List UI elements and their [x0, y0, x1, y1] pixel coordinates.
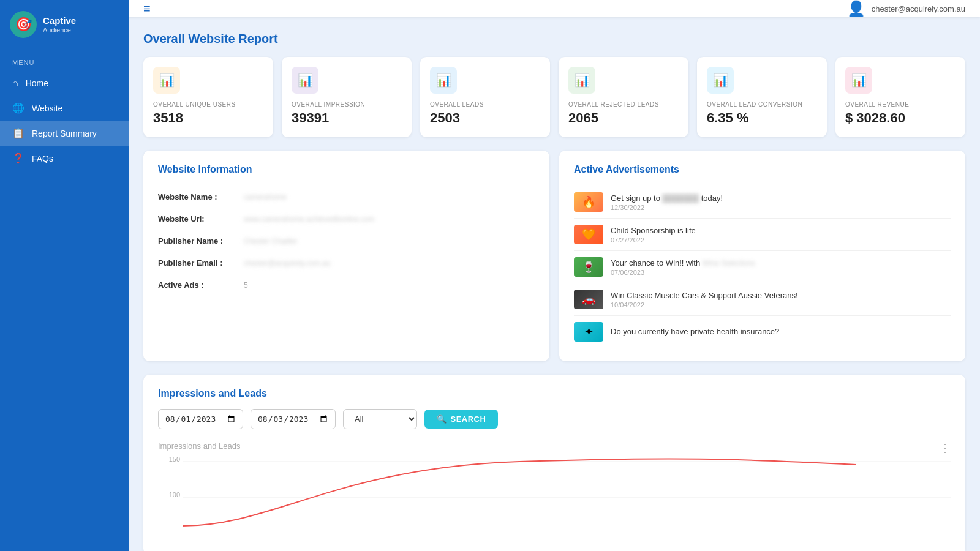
header-right: 👤 chester@acquirely.com.au — [847, 0, 965, 17]
sidebar-item-faqs[interactable]: ❓ FAQs — [0, 146, 129, 171]
publisher-name-label: Publisher Name : — [158, 236, 244, 246]
leads-icon: 📊 — [436, 73, 451, 88]
avatar-icon: 👤 — [847, 0, 865, 17]
rejected-leads-icon-wrap: 📊 — [568, 67, 595, 94]
sidebar-logo: 🎯 Captive Audience — [0, 0, 129, 49]
search-button[interactable]: 🔍 SEARCH — [424, 410, 498, 429]
ad-title-2: Child Sponsorship is life — [611, 226, 951, 235]
active-ads-row: Active Ads : 5 — [158, 274, 535, 296]
leads-value: 2503 — [430, 110, 540, 126]
publisher-email-value: chester@acquirely.com.au — [244, 259, 330, 268]
chart-title: Impressions and Leads — [158, 441, 951, 451]
chart-area-wrap: 150 100 — [158, 455, 951, 541]
ad-thumb-4: 🚗 — [574, 290, 603, 309]
website-name-label: Website Name : — [158, 192, 244, 201]
filter-select[interactable]: All Impressions Leads — [343, 409, 417, 429]
ad-thumb-5: ✦ — [574, 322, 603, 342]
sidebar-item-report-label: Report Summary — [32, 129, 97, 138]
unique-users-icon: 📊 — [159, 73, 175, 88]
lead-conversion-icon: 📊 — [713, 73, 728, 88]
sidebar-item-website[interactable]: 🌐 Website — [0, 96, 129, 121]
y-label-150: 150 — [169, 455, 180, 463]
ad-item-4[interactable]: 🚗 Win Classic Muscle Cars & Support Auss… — [574, 283, 951, 316]
page-content: Overall Website Report 📊 OVERALL UNIQUE … — [129, 17, 980, 551]
impression-icon: 📊 — [298, 73, 313, 88]
ad-date-2: 07/27/2022 — [611, 236, 951, 244]
report-icon: 📋 — [12, 127, 24, 139]
ad-title-5: Do you currently have private health ins… — [611, 327, 951, 336]
main-content: ≡ 👤 chester@acquirely.com.au Overall Web… — [129, 0, 980, 551]
sidebar-item-faqs-label: FAQs — [32, 154, 53, 163]
ad-title-1: Get sign up to ███████ today! — [611, 193, 951, 203]
unique-users-value: 3518 — [153, 110, 263, 126]
stat-card-leads: 📊 OVERALL LEADS 2503 — [420, 57, 550, 137]
rejected-leads-icon: 📊 — [575, 73, 590, 88]
ad-info-3: Your chance to Win!! with Wine Selection… — [611, 258, 951, 276]
sidebar-item-home[interactable]: ⌂ Home — [0, 71, 129, 96]
y-label-100: 100 — [169, 491, 180, 498]
bottom-row: Website Information Website Name : camer… — [143, 151, 965, 361]
chart-svg — [183, 455, 951, 541]
sidebar: 🎯 Captive Audience MENU ⌂ Home 🌐 Website… — [0, 0, 129, 551]
leads-label: OVERALL LEADS — [430, 101, 540, 108]
ad-date-4: 10/04/2022 — [611, 301, 951, 309]
active-ads-card: Active Advertisements 🔥 Get sign up to █… — [559, 151, 965, 361]
publisher-email-row: Publisher Email : chester@acquirely.com.… — [158, 252, 535, 274]
ad-item-5[interactable]: ✦ Do you currently have private health i… — [574, 316, 951, 348]
faq-icon: ❓ — [12, 152, 24, 164]
website-url-label: Website Url: — [158, 214, 244, 223]
impression-label: OVERALL IMPRESSION — [292, 101, 402, 108]
revenue-icon: 📊 — [851, 73, 867, 88]
active-ads-label: Active Ads : — [158, 280, 244, 290]
filters-row: All Impressions Leads 🔍 SEARCH — [158, 409, 951, 429]
home-icon: ⌂ — [12, 78, 18, 89]
ad-title-3: Your chance to Win!! with Wine Selection… — [611, 258, 951, 268]
publisher-email-label: Publisher Email : — [158, 258, 244, 268]
lead-conversion-label: OVERALL LEAD CONVERSION — [707, 101, 817, 108]
search-label: SEARCH — [451, 414, 486, 424]
user-email: chester@acquirely.com.au — [872, 4, 965, 13]
ad-item-3[interactable]: 🍷 Your chance to Win!! with Wine Selecti… — [574, 251, 951, 283]
search-icon: 🔍 — [437, 414, 447, 424]
active-ads-title: Active Advertisements — [574, 164, 951, 175]
ad-item-2[interactable]: 🧡 Child Sponsorship is life 07/27/2022 — [574, 219, 951, 251]
website-info-card: Website Information Website Name : camer… — [143, 151, 549, 361]
website-info-title: Website Information — [158, 164, 535, 175]
sidebar-item-website-label: Website — [32, 103, 62, 113]
website-url-row: Website Url: www.camerahome.achievedlion… — [158, 208, 535, 230]
logo-subtitle: Audience — [43, 26, 76, 34]
ad-info-5: Do you currently have private health ins… — [611, 327, 951, 337]
chart-menu-button[interactable]: ⋮ — [940, 441, 951, 455]
revenue-icon-wrap: 📊 — [845, 67, 872, 94]
impressions-section: Impressions and Leads All Impressions Le… — [143, 375, 965, 551]
stat-card-revenue: 📊 OVERALL REVENUE $ 3028.60 — [835, 57, 965, 137]
impressions-title: Impressions and Leads — [158, 388, 951, 399]
revenue-label: OVERALL REVENUE — [845, 101, 956, 108]
ad-thumb-2: 🧡 — [574, 225, 603, 244]
active-ads-value: 5 — [244, 281, 248, 290]
website-name-row: Website Name : camerahome — [158, 186, 535, 208]
stat-card-rejected-leads: 📊 OVERALL REJECTED LEADS 2065 — [559, 57, 688, 137]
logo-icon: 🎯 — [10, 11, 37, 38]
unique-users-icon-wrap: 📊 — [153, 67, 180, 94]
hamburger-button[interactable]: ≡ — [143, 2, 151, 16]
ad-thumb-3: 🍷 — [574, 257, 603, 277]
date-to-input[interactable] — [251, 409, 336, 429]
sidebar-item-report-summary[interactable]: 📋 Report Summary — [0, 121, 129, 146]
stat-card-unique-users: 📊 OVERALL UNIQUE USERS 3518 — [143, 57, 273, 137]
stats-row: 📊 OVERALL UNIQUE USERS 3518 📊 OVERALL IM… — [143, 57, 965, 137]
date-from-input[interactable] — [158, 409, 243, 429]
impression-value: 39391 — [292, 110, 402, 126]
impression-icon-wrap: 📊 — [292, 67, 318, 94]
stat-card-impression: 📊 OVERALL IMPRESSION 39391 — [282, 57, 412, 137]
logo-text-wrap: Captive Audience — [43, 15, 76, 34]
ad-thumb-1: 🔥 — [574, 192, 603, 212]
lead-conversion-value: 6.35 % — [707, 110, 817, 126]
publisher-name-row: Publisher Name : Chester Chadler — [158, 230, 535, 252]
revenue-value: $ 3028.60 — [845, 110, 956, 126]
lead-conversion-icon-wrap: 📊 — [707, 67, 734, 94]
ad-item-1[interactable]: 🔥 Get sign up to ███████ today! 12/30/20… — [574, 186, 951, 219]
unique-users-label: OVERALL UNIQUE USERS — [153, 101, 263, 108]
menu-label: MENU — [0, 49, 129, 71]
ad-info-2: Child Sponsorship is life 07/27/2022 — [611, 226, 951, 244]
